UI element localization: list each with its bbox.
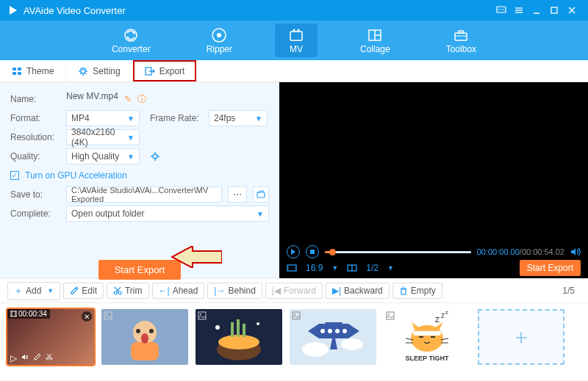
svg-line-40	[80, 73, 82, 74]
info-icon[interactable]: ⓘ	[137, 93, 146, 106]
svg-point-99	[320, 329, 325, 333]
tab-setting[interactable]: Setting	[66, 60, 132, 81]
aspect-icon[interactable]	[287, 263, 297, 273]
svg-rect-25	[455, 33, 467, 40]
svg-line-39	[85, 68, 87, 70]
app-title: AVAide Video Converter	[24, 5, 126, 16]
browse-button[interactable]: ⋯	[228, 186, 247, 203]
stop-button[interactable]	[306, 245, 319, 258]
mute-icon[interactable]	[21, 353, 29, 363]
format-select[interactable]: MP4▼	[66, 110, 140, 126]
trim-button[interactable]: Trim	[107, 283, 149, 299]
svg-text:z: z	[435, 314, 440, 324]
empty-button[interactable]: Empty	[392, 283, 442, 299]
menu-icon[interactable]	[510, 1, 528, 19]
thumbnail-3[interactable]	[196, 309, 282, 365]
trim-thumb-icon[interactable]	[46, 353, 53, 363]
format-label: Format:	[10, 113, 60, 123]
thumbnail-remove-icon[interactable]: ✕	[82, 311, 92, 322]
open-folder-button[interactable]	[253, 186, 269, 203]
svg-point-101	[335, 329, 340, 333]
svg-point-82	[141, 333, 148, 344]
svg-point-108	[411, 325, 443, 352]
svg-marker-69	[22, 355, 25, 360]
minimize-button[interactable]	[528, 1, 545, 19]
svg-rect-79	[131, 342, 159, 360]
svg-point-4	[503, 9, 504, 10]
thumbnail-1[interactable]: 00:00:34 ✕ ▷	[7, 309, 94, 365]
svg-rect-63	[401, 289, 406, 294]
progress-bar[interactable]	[325, 251, 471, 253]
nav-collage[interactable]: Collage	[347, 23, 404, 57]
page-dropdown[interactable]: ▼	[387, 264, 394, 272]
aspect-dropdown[interactable]: ▼	[331, 264, 338, 272]
edit-name-icon[interactable]: ✎	[124, 94, 132, 104]
svg-rect-89	[243, 324, 245, 337]
backward-button[interactable]: ▶|Backward	[326, 283, 390, 299]
resolution-select[interactable]: 3840x2160 (4K)▼	[66, 129, 140, 145]
quality-select[interactable]: High Quality▼	[66, 148, 140, 164]
edit-button[interactable]: Edit	[63, 283, 104, 299]
tab-theme[interactable]: Theme	[0, 60, 66, 81]
svg-point-80	[136, 329, 140, 333]
volume-icon[interactable]	[570, 247, 581, 257]
nav-ripper[interactable]: Ripper	[193, 23, 245, 57]
svg-rect-28	[12, 68, 16, 70]
svg-point-3	[501, 9, 502, 10]
edit-icon	[70, 286, 79, 295]
trim-icon	[113, 286, 122, 295]
svg-text:z: z	[445, 309, 448, 316]
play-button[interactable]	[287, 245, 300, 258]
quality-settings-icon[interactable]	[150, 151, 160, 162]
gpu-checkbox[interactable]: ✓	[10, 171, 19, 180]
saveto-label: Save to:	[10, 189, 60, 200]
close-button[interactable]	[563, 1, 581, 19]
ahead-button[interactable]: ←|Ahead	[152, 283, 205, 299]
add-button[interactable]: ＋Add▼	[7, 282, 60, 300]
framerate-select[interactable]: 24fps▼	[209, 110, 268, 126]
split-icon[interactable]	[347, 263, 357, 273]
svg-point-90	[215, 325, 220, 330]
svg-marker-98	[325, 322, 343, 327]
thumbnail-4[interactable]	[290, 309, 376, 365]
svg-text:SLEEP TIGHT: SLEEP TIGHT	[406, 355, 449, 362]
svg-text:z: z	[441, 311, 445, 319]
svg-point-91	[257, 322, 259, 325]
nav-mv[interactable]: MV	[275, 23, 318, 57]
svg-marker-97	[330, 338, 337, 349]
theme-icon	[12, 66, 22, 76]
play-icon[interactable]: ▷	[10, 353, 17, 363]
svg-point-95	[341, 338, 363, 350]
edit-thumb-icon[interactable]	[34, 353, 41, 363]
page-indicator: 1/2	[366, 263, 379, 273]
svg-rect-17	[290, 32, 302, 40]
forward-button[interactable]: |◀Forward	[265, 283, 323, 299]
svg-rect-30	[12, 72, 16, 75]
feedback-icon[interactable]	[492, 1, 510, 19]
svg-rect-52	[310, 250, 315, 254]
nav-toolbox[interactable]: Toolbox	[433, 23, 490, 57]
svg-marker-43	[153, 69, 155, 73]
toolbox-icon	[453, 26, 469, 44]
thumbnail-5[interactable]: zzzSLEEP TIGHT	[384, 309, 470, 365]
maximize-button[interactable]	[545, 1, 563, 19]
behind-button[interactable]: |→Behind	[207, 283, 262, 299]
complete-select[interactable]: Open output folder▼	[66, 206, 269, 222]
gpu-label: Turn on GPU Acceleration	[25, 170, 127, 181]
quality-label: Quality:	[10, 151, 60, 162]
name-value: New MV.mp4	[66, 91, 118, 107]
svg-point-94	[302, 342, 329, 357]
add-clip-button[interactable]: ＋	[478, 309, 564, 365]
tab-export[interactable]: Export	[133, 60, 197, 81]
annotation-arrow	[171, 246, 222, 268]
start-export-small-button[interactable]: Start Export	[520, 260, 581, 276]
thumbnail-strip: 00:00:34 ✕ ▷ zzzSLEEP TIGHT ＋	[0, 303, 588, 371]
nav-converter[interactable]: Converter	[98, 23, 164, 57]
svg-point-2	[498, 9, 500, 10]
svg-point-81	[149, 329, 154, 333]
resolution-label: Resolution:	[10, 132, 60, 142]
thumbnail-2[interactable]	[101, 309, 188, 365]
start-export-button[interactable]: Start Export	[98, 260, 182, 280]
svg-rect-111	[413, 331, 441, 335]
svg-line-37	[80, 68, 82, 70]
